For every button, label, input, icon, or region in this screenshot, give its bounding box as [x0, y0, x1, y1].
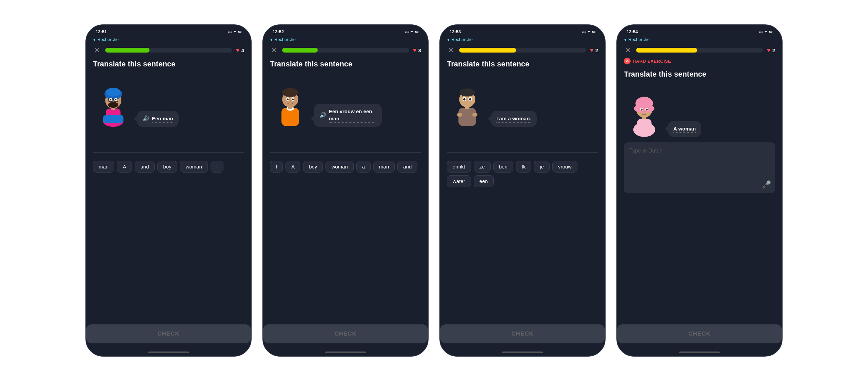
status-bar-2: 13:52 ▪▪▪ ▾ ▭ — [263, 25, 428, 36]
svg-point-30 — [463, 98, 465, 100]
wifi-icon-1: ▾ — [234, 29, 236, 34]
hard-badge-icon: ✕ — [624, 58, 631, 64]
hearts-3: ♥ 2 — [590, 47, 598, 54]
check-btn-2[interactable]: CHECK — [263, 324, 428, 343]
chip-boy-1[interactable]: boy — [157, 161, 177, 173]
close-btn-3[interactable]: ✕ — [447, 46, 455, 54]
chip-asmall-2[interactable]: a — [356, 161, 371, 173]
word-chips-2: I A boy woman a man and — [270, 158, 421, 175]
progress-fill-2 — [282, 48, 318, 53]
speech-text-2: Een vrouw en een man — [329, 108, 376, 123]
battery-icon-4: ▭ — [769, 29, 772, 34]
chip-a-2[interactable]: A — [285, 161, 300, 173]
section-title-2: Translate this sentence — [270, 60, 421, 68]
speech-bubble-4: A woman — [668, 121, 701, 137]
progress-bar-4 — [636, 48, 763, 53]
heart-count-2: 3 — [418, 47, 421, 53]
time-4: 13:54 — [627, 29, 638, 34]
svg-rect-35 — [637, 119, 651, 133]
chip-water-3[interactable]: water — [447, 175, 471, 187]
speech-text-4: A woman — [673, 125, 696, 133]
svg-rect-24 — [458, 108, 476, 126]
progress-fill-3 — [459, 48, 516, 53]
chip-a-1[interactable]: A — [117, 161, 132, 173]
character-figure-3 — [447, 79, 488, 127]
progress-fill-1 — [105, 48, 150, 53]
status-bar-3: 13:53 ▪▪▪ ▾ ▭ — [440, 25, 605, 36]
speaker-icon-2[interactable]: 🔊 — [319, 112, 326, 119]
chip-een-3[interactable]: een — [474, 175, 494, 187]
chip-je-3[interactable]: je — [534, 161, 550, 173]
signal-icon-1: ▪▪▪ — [228, 30, 232, 34]
progress-area-4: ✕ ♥ 2 — [617, 45, 782, 57]
type-input-area-4[interactable]: Type in Dutch 🎤 — [624, 142, 775, 193]
svg-point-31 — [469, 98, 471, 100]
chip-i-1[interactable]: I — [211, 161, 223, 173]
home-indicator-4 — [679, 352, 720, 353]
wifi-icon-3: ▾ — [588, 29, 590, 34]
heart-icon-4: ♥ — [767, 47, 771, 54]
speaker-icon-1[interactable]: 🔊 — [142, 115, 149, 122]
svg-point-43 — [646, 109, 648, 111]
close-btn-1[interactable]: ✕ — [93, 46, 101, 54]
chip-ben-3[interactable]: ben — [493, 161, 513, 173]
chip-and-2[interactable]: and — [397, 161, 417, 173]
speech-bubble-2: 🔊 Een vrouw en een man — [314, 104, 382, 127]
hard-badge-label: HARD EXERCISE — [633, 59, 671, 64]
character-svg-4 — [624, 89, 665, 137]
check-btn-3[interactable]: CHECK — [440, 324, 605, 343]
chip-vrouw-3[interactable]: vrouw — [552, 161, 577, 173]
chip-and-1[interactable]: and — [135, 161, 155, 173]
svg-rect-32 — [457, 113, 462, 117]
mic-icon-4[interactable]: 🎤 — [762, 180, 771, 189]
phone-3: 13:53 ▪▪▪ ▾ ▭ ◂ Recherche ✕ ♥ 2 Translat… — [439, 24, 606, 357]
svg-point-22 — [287, 99, 289, 100]
hard-exercise-badge: ✕ HARD EXERCISE — [617, 57, 782, 67]
heart-icon-1: ♥ — [236, 47, 240, 54]
back-arrow-3: ◂ — [447, 37, 449, 42]
speech-bubble-1: 🔊 Een man — [137, 111, 179, 127]
progress-bar-1 — [105, 48, 232, 53]
svg-point-9 — [110, 99, 111, 100]
nav-bar-3: ◂ Recherche — [440, 36, 605, 45]
status-bar-4: 13:54 ▪▪▪ ▾ ▭ — [617, 25, 782, 36]
chip-woman-1[interactable]: woman — [180, 161, 208, 173]
check-btn-4[interactable]: CHECK — [617, 324, 782, 343]
phone-1: 13:51 ▪▪▪ ▾ ▭ ◂ Recherche ✕ ♥ 4 Translat… — [85, 24, 252, 357]
time-1: 13:51 — [96, 29, 107, 34]
character-figure-1 — [93, 79, 134, 127]
time-2: 13:52 — [273, 29, 284, 34]
chip-woman-2[interactable]: woman — [326, 161, 353, 173]
chip-ze-3[interactable]: ze — [474, 161, 491, 173]
heart-count-3: 2 — [595, 47, 598, 53]
back-label-2: Recherche — [274, 37, 296, 42]
back-arrow-1: ◂ — [93, 37, 95, 42]
chip-man-1[interactable]: man — [93, 161, 114, 173]
nav-bar-2: ◂ Recherche — [263, 36, 428, 45]
hearts-2: ♥ 3 — [413, 47, 421, 54]
main-content-2: Translate this sentence — [263, 57, 428, 324]
back-arrow-4: ◂ — [624, 37, 626, 42]
svg-point-5 — [106, 88, 120, 97]
chip-boy-2[interactable]: boy — [303, 161, 323, 173]
chip-man-2[interactable]: man — [373, 161, 395, 173]
check-btn-1[interactable]: CHECK — [86, 324, 251, 343]
status-icons-1: ▪▪▪ ▾ ▭ — [228, 29, 241, 34]
character-svg-2 — [270, 79, 311, 127]
heart-count-1: 4 — [241, 47, 244, 53]
heart-icon-3: ♥ — [590, 47, 594, 54]
chip-drinkt-3[interactable]: drinkt — [447, 161, 471, 173]
svg-point-6 — [108, 102, 118, 108]
character-figure-4 — [624, 89, 665, 137]
section-title-3: Translate this sentence — [447, 60, 598, 68]
close-btn-4[interactable]: ✕ — [624, 46, 632, 54]
back-label-3: Recherche — [451, 37, 473, 42]
battery-icon-2: ▭ — [415, 29, 418, 34]
status-bar-1: 13:51 ▪▪▪ ▾ ▭ — [86, 25, 251, 36]
speech-text-3: I am a woman. — [496, 115, 531, 123]
close-btn-2[interactable]: ✕ — [270, 46, 278, 54]
character-area-3: I am a woman. — [447, 73, 598, 127]
chip-ik-3[interactable]: Ik — [516, 161, 532, 173]
hearts-4: ♥ 2 — [767, 47, 775, 54]
chip-i-2[interactable]: I — [270, 161, 283, 173]
